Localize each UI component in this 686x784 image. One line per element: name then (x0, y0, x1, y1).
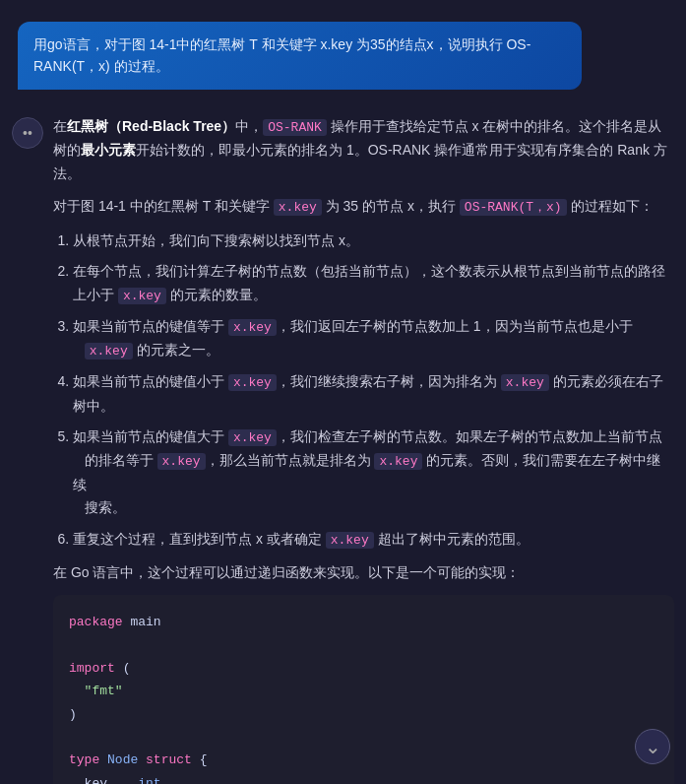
code-line-fmt: "fmt" (69, 680, 658, 702)
ai-content: 在红黑树（Red-Black Tree）中，OS-RANK 操作用于查找给定节点… (53, 115, 674, 784)
code-line-blank1 (69, 633, 658, 656)
code-line-import: import ( (69, 657, 658, 680)
step-2: 在每个节点，我们计算左子树的节点数（包括当前节点），这个数表示从根节点到当前节点… (73, 260, 674, 307)
code-line-type: type Node struct { (69, 749, 658, 771)
outro-paragraph: 在 Go 语言中，这个过程可以通过递归函数来实现。以下是一个可能的实现： (53, 561, 674, 585)
user-message: 用go语言，对于图 14-1中的红黑树 T 和关键字 x.key 为35的结点x… (18, 22, 582, 90)
user-message-text: 用go语言，对于图 14-1中的红黑树 T 和关键字 x.key 为35的结点x… (33, 36, 530, 74)
ai-response-section: •• 在红黑树（Red-Black Tree）中，OS-RANK 操作用于查找给… (0, 107, 686, 784)
step-6: 重复这个过程，直到找到节点 x 或者确定 x.key 超出了树中元素的范围。 (73, 528, 674, 552)
ai-dots-icon: •• (23, 125, 32, 141)
step-4: 如果当前节点的键值小于 x.key，我们继续搜索右子树，因为排名为 x.key … (73, 370, 674, 418)
ai-avatar: •• (12, 117, 43, 149)
code-line-import-close: ) (69, 703, 658, 726)
step-5: 如果当前节点的键值大于 x.key，我们检查左子树的节点数。如果左子树的节点数加… (73, 425, 674, 520)
steps-list: 从根节点开始，我们向下搜索树以找到节点 x。 在每个节点，我们计算左子树的节点数… (53, 229, 674, 553)
scroll-down-button[interactable]: ⌄ (635, 729, 670, 764)
intro-paragraph-1: 在红黑树（Red-Black Tree）中，OS-RANK 操作用于查找给定节点… (53, 115, 674, 186)
code-line-blank2 (69, 726, 658, 749)
chevron-down-icon: ⌄ (645, 735, 661, 758)
code-line-key: key int (69, 772, 658, 784)
step-1: 从根节点开始，我们向下搜索树以找到节点 x。 (73, 229, 674, 253)
code-block: package main import ( "fmt" ) type Node … (53, 595, 674, 784)
intro-paragraph-2: 对于图 14-1 中的红黑树 T 和关键字 x.key 为 35 的节点 x，执… (53, 195, 674, 219)
step-3: 如果当前节点的键值等于 x.key，我们返回左子树的节点数加上 1，因为当前节点… (73, 315, 674, 362)
code-line-1: package main (69, 611, 658, 633)
